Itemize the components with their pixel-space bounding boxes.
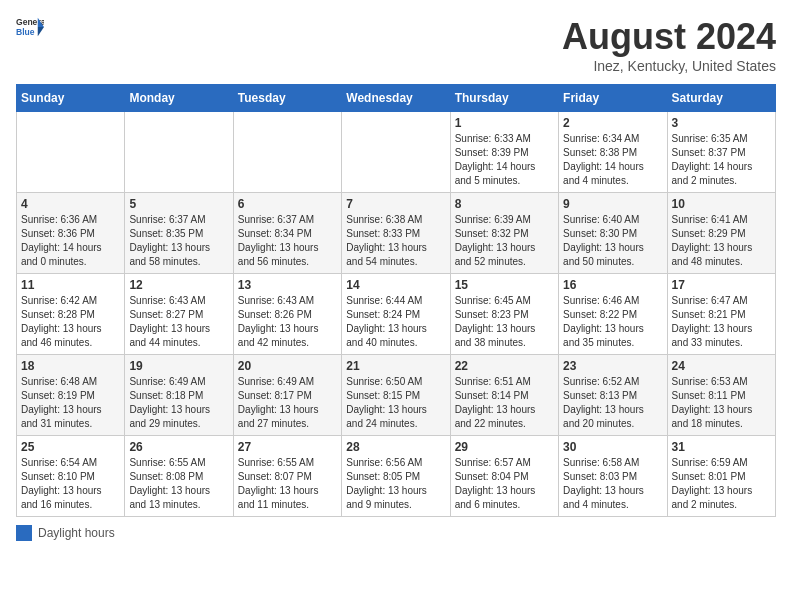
day-header-friday: Friday <box>559 85 667 112</box>
calendar-cell: 5Sunrise: 6:37 AM Sunset: 8:35 PM Daylig… <box>125 193 233 274</box>
day-header-saturday: Saturday <box>667 85 775 112</box>
calendar-week-3: 11Sunrise: 6:42 AM Sunset: 8:28 PM Dayli… <box>17 274 776 355</box>
calendar-cell: 29Sunrise: 6:57 AM Sunset: 8:04 PM Dayli… <box>450 436 558 517</box>
calendar-cell: 13Sunrise: 6:43 AM Sunset: 8:26 PM Dayli… <box>233 274 341 355</box>
day-number: 21 <box>346 359 445 373</box>
calendar-cell: 27Sunrise: 6:55 AM Sunset: 8:07 PM Dayli… <box>233 436 341 517</box>
day-info: Sunrise: 6:55 AM Sunset: 8:08 PM Dayligh… <box>129 456 228 512</box>
day-header-tuesday: Tuesday <box>233 85 341 112</box>
header: General Blue August 2024 Inez, Kentucky,… <box>16 16 776 74</box>
calendar-cell <box>125 112 233 193</box>
day-number: 24 <box>672 359 771 373</box>
calendar-cell: 31Sunrise: 6:59 AM Sunset: 8:01 PM Dayli… <box>667 436 775 517</box>
day-number: 17 <box>672 278 771 292</box>
day-info: Sunrise: 6:36 AM Sunset: 8:36 PM Dayligh… <box>21 213 120 269</box>
day-info: Sunrise: 6:45 AM Sunset: 8:23 PM Dayligh… <box>455 294 554 350</box>
calendar-cell: 16Sunrise: 6:46 AM Sunset: 8:22 PM Dayli… <box>559 274 667 355</box>
day-number: 14 <box>346 278 445 292</box>
calendar-cell: 17Sunrise: 6:47 AM Sunset: 8:21 PM Dayli… <box>667 274 775 355</box>
day-header-monday: Monday <box>125 85 233 112</box>
day-header-wednesday: Wednesday <box>342 85 450 112</box>
day-info: Sunrise: 6:59 AM Sunset: 8:01 PM Dayligh… <box>672 456 771 512</box>
day-info: Sunrise: 6:52 AM Sunset: 8:13 PM Dayligh… <box>563 375 662 431</box>
day-header-sunday: Sunday <box>17 85 125 112</box>
day-number: 6 <box>238 197 337 211</box>
day-info: Sunrise: 6:53 AM Sunset: 8:11 PM Dayligh… <box>672 375 771 431</box>
day-header-thursday: Thursday <box>450 85 558 112</box>
calendar-cell: 8Sunrise: 6:39 AM Sunset: 8:32 PM Daylig… <box>450 193 558 274</box>
calendar-cell: 28Sunrise: 6:56 AM Sunset: 8:05 PM Dayli… <box>342 436 450 517</box>
calendar-week-5: 25Sunrise: 6:54 AM Sunset: 8:10 PM Dayli… <box>17 436 776 517</box>
day-info: Sunrise: 6:43 AM Sunset: 8:26 PM Dayligh… <box>238 294 337 350</box>
legend-label: Daylight hours <box>38 526 115 540</box>
day-number: 29 <box>455 440 554 454</box>
calendar-cell <box>17 112 125 193</box>
day-number: 28 <box>346 440 445 454</box>
calendar-cell: 23Sunrise: 6:52 AM Sunset: 8:13 PM Dayli… <box>559 355 667 436</box>
calendar-cell <box>233 112 341 193</box>
day-number: 13 <box>238 278 337 292</box>
day-info: Sunrise: 6:50 AM Sunset: 8:15 PM Dayligh… <box>346 375 445 431</box>
day-number: 31 <box>672 440 771 454</box>
day-info: Sunrise: 6:55 AM Sunset: 8:07 PM Dayligh… <box>238 456 337 512</box>
calendar-cell: 24Sunrise: 6:53 AM Sunset: 8:11 PM Dayli… <box>667 355 775 436</box>
day-info: Sunrise: 6:43 AM Sunset: 8:27 PM Dayligh… <box>129 294 228 350</box>
calendar-body: 1Sunrise: 6:33 AM Sunset: 8:39 PM Daylig… <box>17 112 776 517</box>
day-info: Sunrise: 6:54 AM Sunset: 8:10 PM Dayligh… <box>21 456 120 512</box>
day-number: 1 <box>455 116 554 130</box>
day-number: 26 <box>129 440 228 454</box>
calendar-cell: 22Sunrise: 6:51 AM Sunset: 8:14 PM Dayli… <box>450 355 558 436</box>
calendar-cell: 10Sunrise: 6:41 AM Sunset: 8:29 PM Dayli… <box>667 193 775 274</box>
day-number: 3 <box>672 116 771 130</box>
calendar-cell: 19Sunrise: 6:49 AM Sunset: 8:18 PM Dayli… <box>125 355 233 436</box>
day-info: Sunrise: 6:58 AM Sunset: 8:03 PM Dayligh… <box>563 456 662 512</box>
day-info: Sunrise: 6:51 AM Sunset: 8:14 PM Dayligh… <box>455 375 554 431</box>
calendar-cell: 3Sunrise: 6:35 AM Sunset: 8:37 PM Daylig… <box>667 112 775 193</box>
day-number: 12 <box>129 278 228 292</box>
day-info: Sunrise: 6:49 AM Sunset: 8:17 PM Dayligh… <box>238 375 337 431</box>
calendar-cell: 4Sunrise: 6:36 AM Sunset: 8:36 PM Daylig… <box>17 193 125 274</box>
svg-marker-3 <box>38 27 44 36</box>
day-info: Sunrise: 6:38 AM Sunset: 8:33 PM Dayligh… <box>346 213 445 269</box>
calendar-cell: 26Sunrise: 6:55 AM Sunset: 8:08 PM Dayli… <box>125 436 233 517</box>
svg-text:Blue: Blue <box>16 27 35 37</box>
day-number: 9 <box>563 197 662 211</box>
day-info: Sunrise: 6:39 AM Sunset: 8:32 PM Dayligh… <box>455 213 554 269</box>
calendar-week-2: 4Sunrise: 6:36 AM Sunset: 8:36 PM Daylig… <box>17 193 776 274</box>
day-number: 20 <box>238 359 337 373</box>
calendar-cell: 14Sunrise: 6:44 AM Sunset: 8:24 PM Dayli… <box>342 274 450 355</box>
main-title: August 2024 <box>562 16 776 58</box>
day-info: Sunrise: 6:47 AM Sunset: 8:21 PM Dayligh… <box>672 294 771 350</box>
subtitle: Inez, Kentucky, United States <box>562 58 776 74</box>
day-info: Sunrise: 6:37 AM Sunset: 8:34 PM Dayligh… <box>238 213 337 269</box>
calendar-cell: 1Sunrise: 6:33 AM Sunset: 8:39 PM Daylig… <box>450 112 558 193</box>
calendar-cell: 9Sunrise: 6:40 AM Sunset: 8:30 PM Daylig… <box>559 193 667 274</box>
day-info: Sunrise: 6:57 AM Sunset: 8:04 PM Dayligh… <box>455 456 554 512</box>
calendar-cell: 20Sunrise: 6:49 AM Sunset: 8:17 PM Dayli… <box>233 355 341 436</box>
day-info: Sunrise: 6:56 AM Sunset: 8:05 PM Dayligh… <box>346 456 445 512</box>
calendar-cell: 30Sunrise: 6:58 AM Sunset: 8:03 PM Dayli… <box>559 436 667 517</box>
calendar-cell: 12Sunrise: 6:43 AM Sunset: 8:27 PM Dayli… <box>125 274 233 355</box>
day-number: 15 <box>455 278 554 292</box>
legend: Daylight hours <box>16 525 776 541</box>
calendar-table: SundayMondayTuesdayWednesdayThursdayFrid… <box>16 84 776 517</box>
day-number: 11 <box>21 278 120 292</box>
logo-icon: General Blue <box>16 16 44 38</box>
day-info: Sunrise: 6:37 AM Sunset: 8:35 PM Dayligh… <box>129 213 228 269</box>
day-number: 2 <box>563 116 662 130</box>
calendar-week-4: 18Sunrise: 6:48 AM Sunset: 8:19 PM Dayli… <box>17 355 776 436</box>
day-info: Sunrise: 6:48 AM Sunset: 8:19 PM Dayligh… <box>21 375 120 431</box>
legend-color-box <box>16 525 32 541</box>
day-number: 18 <box>21 359 120 373</box>
day-info: Sunrise: 6:44 AM Sunset: 8:24 PM Dayligh… <box>346 294 445 350</box>
day-info: Sunrise: 6:42 AM Sunset: 8:28 PM Dayligh… <box>21 294 120 350</box>
calendar-week-1: 1Sunrise: 6:33 AM Sunset: 8:39 PM Daylig… <box>17 112 776 193</box>
calendar-cell: 11Sunrise: 6:42 AM Sunset: 8:28 PM Dayli… <box>17 274 125 355</box>
day-info: Sunrise: 6:35 AM Sunset: 8:37 PM Dayligh… <box>672 132 771 188</box>
day-info: Sunrise: 6:34 AM Sunset: 8:38 PM Dayligh… <box>563 132 662 188</box>
calendar-cell: 6Sunrise: 6:37 AM Sunset: 8:34 PM Daylig… <box>233 193 341 274</box>
day-info: Sunrise: 6:40 AM Sunset: 8:30 PM Dayligh… <box>563 213 662 269</box>
title-area: August 2024 Inez, Kentucky, United State… <box>562 16 776 74</box>
calendar-header-row: SundayMondayTuesdayWednesdayThursdayFrid… <box>17 85 776 112</box>
day-number: 30 <box>563 440 662 454</box>
